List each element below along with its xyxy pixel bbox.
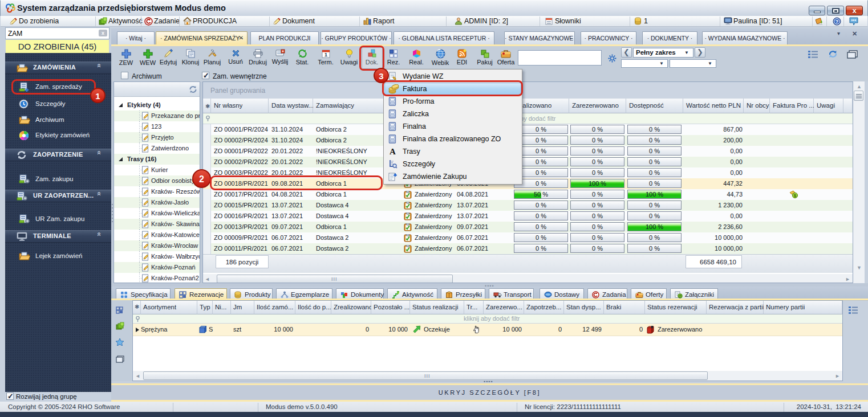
svg-text:1: 1 [324, 52, 327, 58]
svg-text:$: $ [794, 193, 797, 198]
svg-text:A: A [390, 147, 396, 156]
svg-text:?: ? [835, 19, 839, 24]
svg-text:@: @ [678, 294, 682, 298]
